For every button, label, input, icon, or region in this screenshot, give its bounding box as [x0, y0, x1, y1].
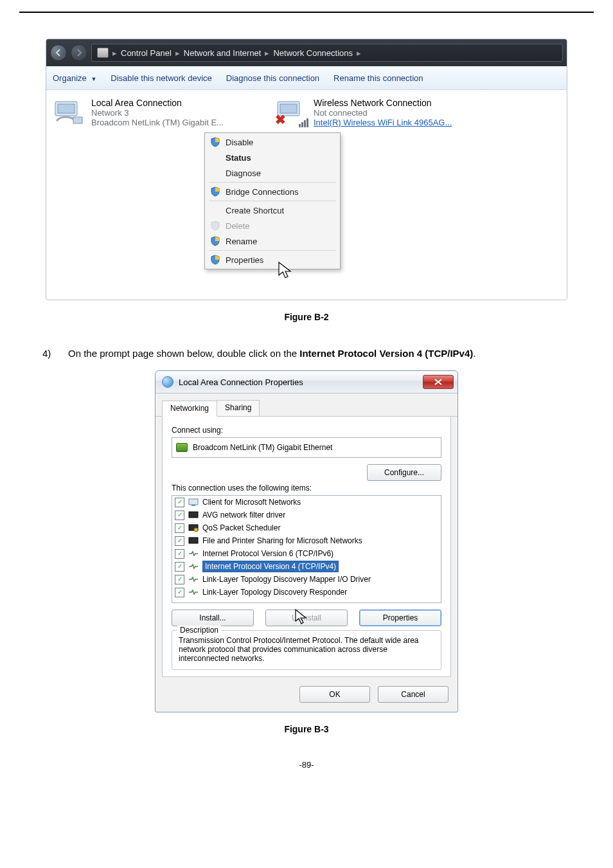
shield-icon — [210, 186, 220, 197]
list-item-selected[interactable]: Internet Protocol Version 4 (TCP/IPv4) — [172, 560, 441, 573]
item-label: Link-Layer Topology Discovery Responder — [202, 588, 347, 597]
list-item[interactable]: QoS Packet Scheduler — [172, 521, 441, 534]
breadcrumb-sep: ▸ — [357, 48, 361, 58]
explorer-window: ▸ Control Panel ▸ Network and Internet ▸… — [46, 39, 567, 300]
close-button[interactable] — [423, 375, 454, 389]
checkbox[interactable] — [175, 588, 184, 597]
shield-icon — [210, 255, 220, 265]
connections-pane: Local Area Connection Network 3 Broadcom… — [46, 90, 567, 300]
menu-label: Bridge Connections — [226, 187, 298, 197]
adapter-name: Local Area Connection — [91, 98, 224, 108]
ok-button[interactable]: OK — [299, 686, 370, 703]
item-label: Internet Protocol Version 6 (TCP/IPv6) — [202, 549, 333, 558]
organize-menu[interactable]: Organize ▼ — [53, 73, 96, 83]
list-item[interactable]: Client for Microsoft Networks — [172, 496, 441, 509]
checkbox[interactable] — [175, 523, 184, 533]
client-icon — [188, 498, 199, 507]
list-item[interactable]: File and Printer Sharing for Microsoft N… — [172, 534, 441, 547]
item-label: File and Printer Sharing for Microsoft N… — [202, 536, 362, 545]
figure-caption-b3: Figure B-3 — [19, 724, 594, 734]
items-listbox[interactable]: Client for Microsoft Networks AVG networ… — [172, 495, 441, 603]
adapter-device: Intel(R) Wireless WiFi Link 4965AG... — [314, 118, 452, 127]
properties-button[interactable]: Properties — [359, 610, 441, 626]
diagnose-connection-cmd[interactable]: Diagnose this connection — [226, 73, 319, 83]
svg-rect-7 — [189, 512, 198, 518]
back-button[interactable] — [50, 44, 67, 61]
checkbox[interactable] — [175, 498, 184, 507]
adapter-name: Wireless Network Connection — [314, 98, 452, 108]
list-item[interactable]: Internet Protocol Version 6 (TCP/IPv6) — [172, 547, 441, 560]
networking-panel: Connect using: Broadcom NetLink (TM) Gig… — [162, 417, 451, 677]
tab-networking[interactable]: Networking — [162, 401, 217, 417]
adapter-text: Wireless Network Connection Not connecte… — [314, 98, 452, 127]
nic-card-icon — [176, 443, 188, 452]
configure-button[interactable]: Configure... — [367, 464, 441, 481]
menu-label: Create Shortcut — [226, 206, 284, 215]
connect-using-label: Connect using: — [172, 426, 441, 435]
rename-connection-cmd[interactable]: Rename this connection — [333, 73, 423, 83]
disable-device-cmd[interactable]: Disable this network device — [111, 73, 212, 83]
organize-label: Organize — [53, 73, 87, 83]
menu-label: Diagnose — [226, 168, 261, 178]
checkbox[interactable] — [175, 511, 184, 520]
context-diagnose[interactable]: Diagnose — [206, 165, 339, 181]
figure-caption-b2: Figure B-2 — [19, 312, 594, 322]
context-menu: Disable Status Diagnose Bridge Connectio… — [204, 132, 341, 269]
protocol-icon — [188, 549, 199, 558]
step-text: On the prompt page shown below, double c… — [68, 348, 475, 359]
service-icon — [188, 511, 199, 520]
item-label: Link-Layer Topology Discovery Mapper I/O… — [202, 575, 371, 584]
checkbox[interactable] — [175, 549, 184, 559]
description-legend: Description — [177, 626, 221, 635]
cursor-icon — [278, 261, 293, 280]
list-item[interactable]: Link-Layer Topology Discovery Responder — [172, 586, 441, 599]
checkbox[interactable] — [175, 536, 184, 546]
menu-label: Delete — [226, 221, 250, 231]
close-icon — [434, 379, 442, 385]
install-button[interactable]: Install... — [172, 610, 254, 626]
protocol-icon — [188, 575, 199, 584]
context-rename[interactable]: Rename — [206, 233, 339, 249]
context-properties[interactable]: Properties — [206, 252, 339, 267]
svg-rect-10 — [189, 538, 198, 543]
address-bar[interactable]: ▸ Control Panel ▸ Network and Internet ▸… — [91, 44, 563, 62]
breadcrumb-item[interactable]: Control Panel — [121, 48, 172, 58]
list-item[interactable]: AVG network filter driver — [172, 509, 441, 521]
step-number: 4) — [42, 348, 54, 359]
disconnected-x-icon: ✖ — [275, 112, 286, 127]
ethernet-adapter-icon — [54, 98, 85, 126]
page-number: -89- — [19, 760, 594, 770]
app-icon — [162, 376, 173, 388]
dialog-footer: OK Cancel — [155, 683, 458, 712]
shield-icon — [210, 236, 220, 246]
context-status[interactable]: Status — [206, 150, 339, 165]
checkbox[interactable] — [175, 575, 184, 584]
breadcrumb-sep: ▸ — [265, 48, 269, 58]
cancel-button[interactable]: Cancel — [378, 686, 449, 703]
protocol-icon — [188, 588, 199, 597]
adapter-text: Local Area Connection Network 3 Broadcom… — [91, 98, 224, 127]
signal-bars-icon — [299, 118, 308, 127]
checkbox[interactable] — [175, 562, 184, 572]
description-text: Transmission Control Protocol/Internet P… — [179, 636, 434, 663]
item-label: QoS Packet Scheduler — [202, 523, 280, 532]
menu-label: Status — [226, 153, 251, 163]
step-text-after: . — [473, 348, 475, 359]
breadcrumb-item[interactable]: Network Connections — [273, 48, 353, 58]
svg-rect-1 — [58, 104, 75, 113]
menu-label: Disable — [226, 138, 253, 147]
context-disable[interactable]: Disable — [206, 134, 339, 150]
tab-strip: Networking Sharing — [155, 395, 458, 417]
menu-label: Properties — [226, 255, 263, 265]
context-shortcut[interactable]: Create Shortcut — [206, 203, 339, 218]
service-icon — [188, 536, 199, 545]
breadcrumb-item[interactable]: Network and Internet — [184, 48, 262, 58]
tab-sharing[interactable]: Sharing — [217, 400, 260, 416]
list-item[interactable]: Link-Layer Topology Discovery Mapper I/O… — [172, 573, 441, 586]
dialog-title: Local Area Connection Properties — [179, 377, 303, 387]
service-icon — [188, 523, 199, 532]
forward-button[interactable] — [71, 44, 87, 61]
svg-rect-2 — [73, 117, 82, 123]
context-bridge[interactable]: Bridge Connections — [206, 184, 339, 199]
menu-label: Rename — [226, 237, 257, 246]
